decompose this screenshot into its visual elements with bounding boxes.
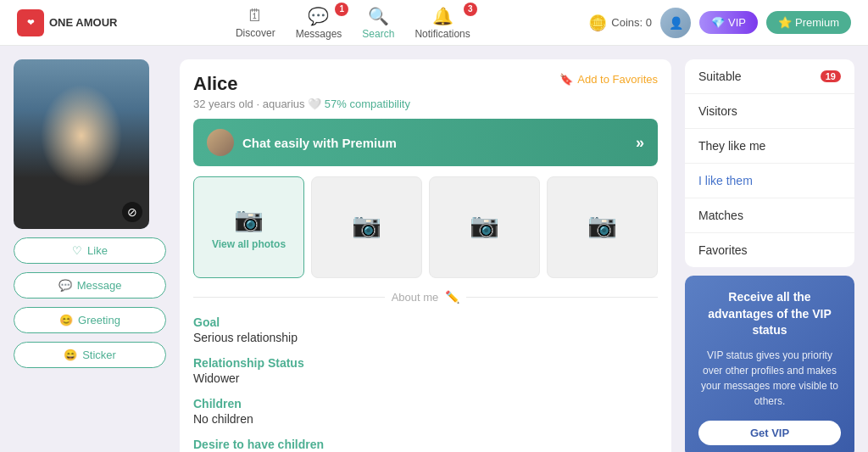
sidebar-item-favorites[interactable]: Favorites: [685, 233, 854, 267]
messages-icon: 💬: [308, 6, 329, 26]
no-contact-icon: ⊘: [122, 202, 142, 222]
camera-icon-3: 📷: [470, 211, 499, 239]
nav-search-label: Search: [362, 28, 394, 40]
like-button[interactable]: ♡ Like: [14, 237, 166, 264]
nav-messages[interactable]: 1 💬 Messages: [296, 6, 342, 40]
notifications-icon: 🔔: [432, 6, 453, 26]
heart-icon: ♡: [72, 244, 82, 257]
nav-search[interactable]: 🔍 Search: [362, 6, 394, 40]
vip-label: VIP: [728, 16, 746, 29]
profile-age: 32 years old: [193, 98, 253, 110]
visitors-label: Visitors: [698, 104, 737, 118]
add-favorites-button[interactable]: 🔖 Add to Favorites: [559, 73, 658, 86]
logo-icon: ❤: [17, 9, 44, 36]
sidebar-item-they-like-me[interactable]: They like me: [685, 129, 854, 164]
meta-separator2: 🤍: [308, 98, 325, 110]
nav-discover-label: Discover: [236, 27, 275, 39]
user-avatar[interactable]: 👤: [660, 8, 691, 38]
chat-banner-text: Chat easily with Premium: [242, 136, 397, 150]
pencil-icon: ✏️: [445, 290, 459, 304]
camera-icon-4: 📷: [587, 211, 617, 239]
view-all-label: View all photos: [212, 238, 286, 250]
coins-label: Coins: 0: [611, 16, 652, 29]
nav-notifications[interactable]: 3 🔔 Notifications: [415, 6, 470, 40]
nav-messages-label: Messages: [296, 28, 342, 40]
sidebar-item-i-like-them[interactable]: I like them: [685, 164, 854, 198]
profile-photo: ⊘: [14, 59, 149, 229]
greeting-button[interactable]: 😊 Greeting: [14, 307, 166, 333]
children-label: Children: [193, 397, 658, 410]
matches-label: Matches: [698, 209, 743, 222]
bookmark-icon: 🔖: [559, 73, 573, 86]
relationship-label: Relationship Status: [193, 356, 658, 370]
vip-button[interactable]: 💎 VIP: [699, 11, 758, 34]
profile-zodiac: aquarius: [263, 98, 305, 110]
camera-icon-main: 📷: [234, 205, 264, 233]
profile-info: Alice 32 years old · aquarius 🤍 57% comp…: [193, 73, 410, 110]
section-relationship: Relationship Status Widower: [193, 356, 658, 385]
vip-promotion-card: Receive all the advantages of the VIP st…: [685, 276, 854, 452]
sidebar-item-visitors[interactable]: Visitors: [685, 94, 854, 129]
about-divider: About me ✏️: [193, 290, 658, 304]
photo-card-3[interactable]: 📷: [429, 176, 540, 278]
section-desire: Desire to have children I would like to …: [193, 438, 658, 452]
vip-card-desc: VIP status gives you priority over other…: [698, 348, 841, 409]
i-like-them-label: I like them: [698, 174, 753, 187]
relationship-value: Widower: [193, 371, 658, 385]
profile-meta: 32 years old · aquarius 🤍 57% compatibil…: [193, 98, 410, 110]
sidebar-item-suitable[interactable]: Suitable 19: [685, 59, 854, 94]
notifications-badge: 3: [464, 3, 477, 16]
photo-card-main[interactable]: 📷 View all photos: [193, 176, 304, 278]
section-children: Children No children: [193, 397, 658, 426]
goal-label: Goal: [193, 315, 658, 329]
greeting-icon: 😊: [59, 314, 73, 326]
right-panel: Suitable 19 Visitors They like me I like…: [685, 59, 854, 452]
premium-button[interactable]: ⭐ Premium: [766, 11, 851, 34]
photo-card-4[interactable]: 📷: [547, 176, 658, 278]
goal-value: Serious relationship: [193, 331, 658, 344]
children-value: No children: [193, 412, 658, 426]
about-me-text: About me: [392, 291, 439, 304]
message-button[interactable]: 💬 Message: [14, 272, 166, 299]
favorites-label: Favorites: [698, 243, 748, 257]
section-goal: Goal Serious relationship: [193, 315, 658, 344]
vip-card-title: Receive all the advantages of the VIP st…: [698, 289, 841, 339]
messages-badge: 1: [335, 3, 348, 16]
sidebar-item-matches[interactable]: Matches: [685, 198, 854, 233]
photos-row: 📷 View all photos 📷 📷 📷: [193, 176, 658, 278]
nav-discover[interactable]: 🗓 Discover: [236, 6, 275, 39]
search-icon: 🔍: [368, 6, 389, 26]
suitable-badge: 19: [821, 70, 841, 82]
main-content: ⊘ ♡ Like 💬 Message 😊 Greeting 😄 Sticker …: [0, 46, 868, 452]
they-like-me-label: They like me: [698, 139, 765, 153]
suitable-label: Suitable: [698, 70, 742, 83]
coin-icon: 🪙: [588, 14, 607, 32]
sidebar-nav-card: Suitable 19 Visitors They like me I like…: [685, 59, 854, 267]
profile-header: Alice 32 years old · aquarius 🤍 57% comp…: [193, 73, 658, 110]
sticker-button[interactable]: 😄 Sticker: [14, 342, 166, 368]
header-right: 🪙 Coins: 0 👤 💎 VIP ⭐ Premium: [588, 8, 851, 38]
chat-premium-banner[interactable]: Chat easily with Premium »: [193, 119, 658, 166]
desire-label: Desire to have children: [193, 438, 658, 451]
star-icon: ⭐: [778, 16, 792, 29]
sticker-icon: 😄: [64, 349, 77, 361]
chat-arrows-icon: »: [636, 134, 644, 152]
logo-text: ONE AMOUR: [49, 16, 117, 30]
message-icon: 💬: [58, 279, 72, 292]
meta-separator: ·: [256, 98, 262, 110]
chat-avatar: [207, 129, 234, 156]
main-nav: 🗓 Discover 1 💬 Messages 🔍 Search 3 🔔 Not…: [142, 6, 563, 40]
logo[interactable]: ❤ ONE AMOUR: [17, 9, 117, 36]
camera-icon-2: 📷: [352, 211, 381, 239]
header: ❤ ONE AMOUR 🗓 Discover 1 💬 Messages 🔍 Se…: [0, 0, 868, 46]
center-panel: Alice 32 years old · aquarius 🤍 57% comp…: [180, 59, 671, 452]
premium-label: Premium: [795, 16, 839, 29]
discover-icon: 🗓: [247, 6, 264, 25]
vip-icon: 💎: [711, 16, 725, 29]
get-vip-button[interactable]: Get VIP: [698, 421, 841, 445]
photo-card-2[interactable]: 📷: [311, 176, 422, 278]
profile-name: Alice: [193, 73, 410, 95]
left-panel: ⊘ ♡ Like 💬 Message 😊 Greeting 😄 Sticker: [14, 59, 166, 452]
profile-compatibility: 57% compatibility: [325, 98, 410, 110]
nav-notifications-label: Notifications: [415, 28, 470, 40]
